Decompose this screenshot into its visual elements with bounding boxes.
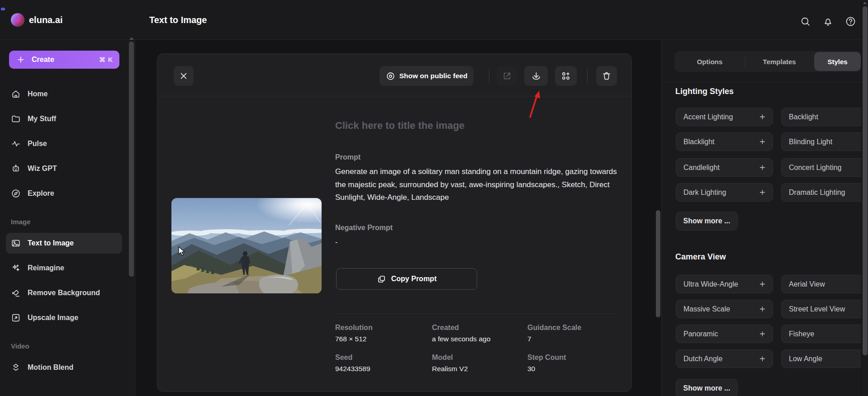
- style-label: Backlight: [789, 113, 858, 121]
- style-label: Aerial View: [789, 280, 858, 288]
- search-icon[interactable]: [799, 15, 811, 28]
- sidebar-item-label: Text to Image: [28, 239, 74, 247]
- image-title-placeholder[interactable]: Click here to title the image: [335, 120, 465, 132]
- close-icon: [179, 71, 189, 81]
- app-window: eluna.ai Text to Image Create ⌘ K HomeMy…: [0, 0, 868, 396]
- download-button[interactable]: [524, 66, 548, 86]
- sidebar-item-remove-background[interactable]: Remove Background: [6, 283, 122, 303]
- folder-icon: [11, 114, 21, 124]
- close-button[interactable]: [174, 66, 194, 86]
- external-link-icon: [502, 71, 512, 81]
- meta-value: Realism V2: [432, 365, 527, 373]
- create-shortcut: ⌘ K: [99, 56, 113, 63]
- style-label: Ultra Wide-Angle: [683, 280, 759, 288]
- style-button-street-level-view[interactable]: Street Level View: [781, 300, 861, 318]
- tab-styles[interactable]: Styles: [814, 52, 861, 71]
- page-scrollbar-thumb[interactable]: [863, 6, 868, 355]
- style-button-blacklight[interactable]: Blacklight: [676, 132, 773, 151]
- style-label: Fisheye: [789, 330, 858, 338]
- create-label: Create: [32, 56, 99, 64]
- sidebar-item-label: Wiz GPT: [28, 165, 57, 173]
- show-more-button[interactable]: Show more ...: [676, 379, 738, 396]
- meta-value: a few seconds ago: [432, 335, 527, 343]
- style-button-panoramic[interactable]: Panoramic: [676, 325, 773, 343]
- meta-value: 768 × 512: [335, 335, 432, 343]
- bell-icon[interactable]: [821, 15, 834, 28]
- sidebar-item-wiz-gpt[interactable]: Wiz GPT: [6, 158, 122, 179]
- style-label: Blinding Light: [789, 138, 858, 146]
- add-to-collection-button[interactable]: [555, 66, 577, 86]
- copy-prompt-button[interactable]: Copy Prompt: [336, 268, 477, 290]
- style-button-blinding-light[interactable]: Blinding Light: [781, 132, 861, 151]
- sidebar-item-text-to-image[interactable]: Text to Image: [6, 233, 122, 254]
- metadata-grid: Resolution768 × 512Createda few seconds …: [335, 324, 581, 373]
- open-external-button[interactable]: [497, 66, 517, 86]
- tab-options[interactable]: Options: [674, 51, 745, 72]
- style-button-concert-lighting[interactable]: Concert Lighting: [781, 158, 861, 177]
- plus-icon: [759, 330, 766, 338]
- meta-created: Createda few seconds ago: [432, 324, 527, 343]
- sidebar-item-home[interactable]: Home: [6, 84, 122, 104]
- style-button-dark-lighting[interactable]: Dark Lighting: [676, 183, 773, 202]
- create-button[interactable]: Create ⌘ K: [9, 51, 119, 69]
- panel-tab-bar: OptionsTemplatesStyles: [674, 51, 861, 72]
- section-title-lighting-styles: Lighting Styles: [675, 87, 734, 96]
- plus-icon: [759, 113, 766, 121]
- upscale-icon: [11, 313, 21, 323]
- style-label: Panoramic: [683, 330, 759, 338]
- sidebar-item-label: Explore: [28, 189, 54, 198]
- style-button-backlight[interactable]: Backlight: [781, 108, 861, 126]
- help-icon[interactable]: [844, 15, 857, 28]
- copy-icon: [377, 274, 386, 284]
- section-title-camera-view: Camera View: [675, 252, 726, 262]
- grid-plus-icon: [561, 71, 571, 81]
- generated-image-thumbnail[interactable]: [171, 198, 322, 293]
- style-button-dutch-angle[interactable]: Dutch Angle: [676, 349, 773, 368]
- feed-button-label: Show on public feed: [399, 72, 468, 80]
- sidebar-item-upscale-image[interactable]: Upscale Image: [6, 307, 122, 328]
- sidebar-item-my-stuff[interactable]: My Stuff: [6, 108, 122, 129]
- prompt-text: Generate an image of a solitary man stan…: [335, 165, 620, 204]
- image-icon: [11, 238, 21, 248]
- meta-label: Seed: [335, 354, 432, 362]
- style-label: Street Level View: [789, 305, 858, 313]
- show-more-button[interactable]: Show more ...: [676, 212, 738, 231]
- sidebar-section-label-image: Image: [11, 218, 118, 226]
- tab-templates[interactable]: Templates: [745, 51, 813, 72]
- negative-prompt-label: Negative Prompt: [335, 224, 393, 232]
- style-button-low-angle[interactable]: Low Angle: [781, 349, 861, 368]
- plus-icon: [16, 55, 25, 64]
- style-button-massive-scale[interactable]: Massive Scale: [676, 300, 773, 318]
- sidebar-item-label: Remove Background: [28, 289, 100, 297]
- style-button-ultra-wide-angle[interactable]: Ultra Wide-Angle: [676, 275, 773, 293]
- delete-button[interactable]: [596, 66, 617, 86]
- content-scrollbar[interactable]: [656, 210, 660, 317]
- style-label: Candlelight: [683, 164, 759, 172]
- sidebar-item-reimagine[interactable]: Reimagine: [6, 258, 122, 278]
- copy-prompt-label: Copy Prompt: [391, 275, 436, 283]
- sidebar-item-explore[interactable]: Explore: [6, 183, 122, 204]
- sidebar-item-pulse[interactable]: Pulse: [6, 133, 122, 154]
- page-scroll-up-arrow[interactable]: [863, 2, 867, 4]
- logo-text[interactable]: eluna.ai: [29, 0, 62, 40]
- style-button-aerial-view[interactable]: Aerial View: [781, 275, 861, 293]
- sidebar-scroll-up-arrow[interactable]: [129, 37, 134, 40]
- style-label: Dark Lighting: [683, 189, 759, 197]
- style-button-dramatic-lighting[interactable]: Dramatic Lighting: [781, 183, 861, 202]
- meta-guidance-scale: Guidance Scale7: [527, 324, 581, 343]
- style-button-fisheye[interactable]: Fisheye: [781, 325, 861, 343]
- show-on-public-feed-button[interactable]: Show on public feed: [379, 66, 474, 86]
- eluna-logo-icon[interactable]: [9, 11, 26, 28]
- sidebar-item-label: Reimagine: [28, 264, 64, 272]
- style-button-accent-lighting[interactable]: Accent Lighting: [676, 108, 773, 126]
- meta-value: 30: [527, 365, 581, 373]
- sidebar-scrollbar[interactable]: [129, 42, 134, 277]
- sidebar-item-label: Pulse: [28, 140, 47, 148]
- trash-icon: [602, 71, 612, 81]
- sidebar-item-motion-blend[interactable]: Motion Blend: [6, 357, 122, 378]
- plus-icon: [759, 189, 766, 196]
- prompt-label: Prompt: [335, 153, 360, 161]
- style-button-candlelight[interactable]: Candlelight: [676, 158, 773, 177]
- plus-icon: [759, 305, 766, 313]
- panel-divider: [662, 82, 861, 82]
